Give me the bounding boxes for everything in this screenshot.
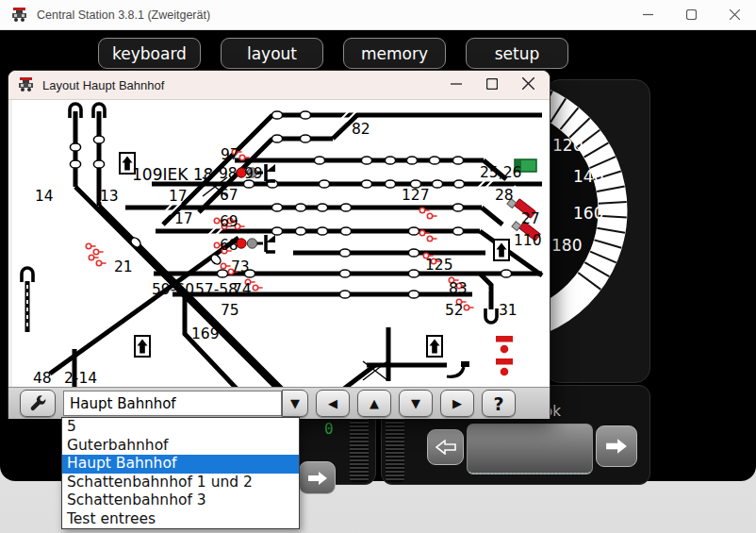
pan-down-button[interactable]: ▼: [399, 390, 433, 417]
close-button[interactable]: [713, 0, 756, 29]
layout-window-titlebar: Layout Haupt Bahnhof: [8, 71, 550, 100]
help-button[interactable]: ?: [482, 390, 516, 417]
pan-right-button[interactable]: ▶: [440, 390, 474, 417]
dropdown-item[interactable]: Test entrees: [62, 510, 299, 529]
svg-text:97: 97: [221, 146, 239, 163]
nav-setup-button[interactable]: setup: [466, 38, 568, 69]
dropdown-item[interactable]: 5: [62, 418, 299, 437]
svg-text:25,26: 25,26: [480, 164, 521, 181]
svg-text:17: 17: [174, 210, 193, 227]
svg-text:99: 99: [244, 165, 263, 182]
svg-text:127: 127: [402, 187, 430, 204]
svg-text:17: 17: [169, 188, 188, 205]
layout-page-dropdown-list: 5GuterbahnhofHaupt BahnhofSchattenbahnho…: [61, 417, 300, 529]
right-arrow-icon: [307, 471, 328, 486]
maximize-button[interactable]: [669, 0, 713, 29]
dropdown-item[interactable]: Schattenbahnhof 3: [62, 491, 299, 510]
track-diagram: 141317109IEK 1897989967176968732159-6057…: [12, 100, 550, 387]
svg-text:169: 169: [191, 325, 220, 342]
layout-locomotive-icon: [18, 77, 35, 92]
svg-text:98: 98: [219, 165, 238, 182]
loco-image-box[interactable]: [467, 424, 593, 475]
svg-text:27: 27: [521, 210, 540, 227]
right-arrow-icon: [605, 438, 628, 455]
svg-text:59-60: 59-60: [152, 281, 194, 298]
window-title: Central Station 3.8.1 (Zweitgerät): [37, 8, 210, 22]
wrench-icon: [27, 393, 48, 414]
pan-up-button[interactable]: ▲: [357, 390, 391, 417]
svg-text:140: 140: [573, 167, 603, 186]
speedometer-dial: 120140160180: [546, 80, 649, 382]
nav-memory-button[interactable]: memory: [343, 38, 446, 69]
svg-text:160: 160: [573, 204, 603, 223]
svg-text:83: 83: [449, 280, 468, 297]
svg-text:68: 68: [220, 237, 238, 254]
layout-window: Layout Haupt Bahnhof 141317109IEK 189798…: [8, 70, 551, 419]
right-triangle-icon: ▶: [452, 396, 462, 410]
left-arrow-outline-icon: [436, 440, 456, 455]
up-triangle-icon: ▲: [370, 396, 379, 410]
throttle-slider-left[interactable]: [350, 412, 369, 482]
screenshot-root: { "window": { "title": "Central Station …: [0, 0, 756, 533]
app-locomotive-icon: [11, 8, 28, 23]
svg-text:67: 67: [220, 187, 238, 204]
svg-text:110: 110: [514, 232, 542, 249]
svg-text:57-58: 57-58: [195, 281, 238, 298]
svg-text:120: 120: [552, 136, 583, 155]
svg-text:73: 73: [231, 258, 250, 275]
svg-text:14: 14: [35, 188, 54, 205]
svg-text:180: 180: [551, 236, 582, 255]
svg-text:74: 74: [233, 281, 252, 298]
svg-text:2-14: 2-14: [64, 370, 97, 387]
down-triangle-icon: ▼: [411, 396, 420, 410]
svg-text:21: 21: [114, 258, 133, 275]
layout-minimize-button[interactable]: [451, 76, 462, 93]
combobox-dropdown-button[interactable]: ▼: [282, 390, 308, 417]
dropdown-item[interactable]: Schattenbahnhof 1 und 2: [62, 474, 299, 492]
layout-window-title: Layout Haupt Bahnhof: [42, 78, 164, 92]
svg-text:48: 48: [33, 370, 52, 387]
next-loco-button[interactable]: [596, 425, 637, 467]
svg-text:31: 31: [499, 302, 518, 319]
next-loco-left-button[interactable]: [299, 461, 336, 494]
svg-text:75: 75: [221, 302, 239, 319]
throttle-slider-right[interactable]: [386, 412, 404, 482]
main-nav: keyboard layout memory setup: [98, 38, 568, 69]
prev-loco-button[interactable]: [427, 429, 464, 465]
speed-display-left: 0: [324, 420, 334, 438]
svg-text:28: 28: [495, 187, 514, 204]
svg-text:82: 82: [352, 121, 370, 138]
svg-text:52: 52: [445, 302, 464, 319]
chevron-down-icon: ▼: [290, 396, 300, 410]
layout-toolbar: Haupt Bahnhof ▼ ◀ ▲ ▼ ▶ ?: [8, 387, 550, 419]
dropdown-item[interactable]: Guterbahnhof: [62, 437, 299, 456]
layout-close-button[interactable]: [522, 76, 534, 93]
minimize-button[interactable]: [626, 0, 669, 29]
svg-text:125: 125: [425, 257, 453, 274]
edit-wrench-button[interactable]: [20, 390, 56, 417]
dropdown-item[interactable]: Haupt Bahnhof: [62, 455, 299, 474]
layout-page-combobox[interactable]: Haupt Bahnhof: [63, 391, 282, 416]
svg-text:109IEK 18: 109IEK 18: [132, 165, 213, 184]
speedometer-panel: 120140160180: [545, 79, 650, 383]
nav-layout-button[interactable]: layout: [221, 38, 323, 69]
os-titlebar: Central Station 3.8.1 (Zweitgerät): [0, 0, 756, 30]
left-triangle-icon: ◀: [328, 396, 337, 410]
track-diagram-canvas[interactable]: 141317109IEK 1897989967176968732159-6057…: [8, 100, 550, 387]
pan-left-button[interactable]: ◀: [316, 390, 350, 417]
layout-maximize-button[interactable]: [486, 76, 498, 93]
svg-text:69: 69: [220, 213, 238, 230]
svg-text:13: 13: [100, 188, 119, 205]
nav-keyboard-button[interactable]: keyboard: [98, 38, 201, 69]
